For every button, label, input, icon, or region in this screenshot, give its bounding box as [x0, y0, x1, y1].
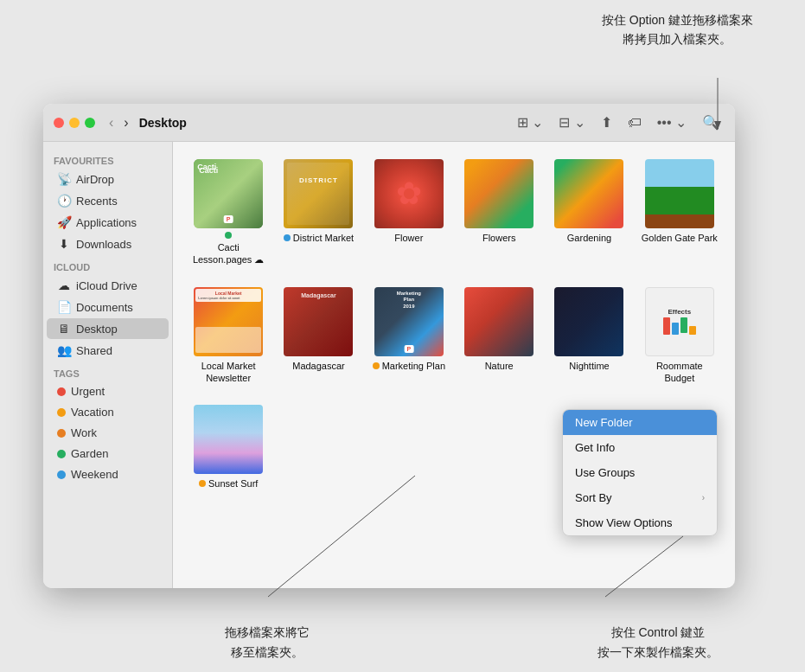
sidebar-item-documents[interactable]: 📄 Documents: [47, 297, 169, 317]
share-button[interactable]: ⬆: [596, 111, 617, 134]
file-item-nighttime[interactable]: Nighttime: [547, 284, 630, 388]
file-name-golden: Golden Gate Park: [642, 232, 718, 244]
file-item-newsletter[interactable]: Local Market Lorem ipsum dolor sit amet …: [187, 284, 270, 388]
file-name-flowers: Flowers: [482, 232, 516, 244]
toolbar-actions: ⊞ ⌄ ⊟ ⌄ ⬆ 🏷 ••• ⌄ 🔍: [512, 111, 725, 134]
file-name-marketing: Marketing Plan: [373, 360, 445, 372]
new-folder-label: New Folder: [575, 416, 632, 429]
sidebar: Favourites 📡 AirDrop 🕐 Recents 🚀 Applica…: [43, 142, 173, 588]
sidebar-item-weekend[interactable]: Weekend: [47, 464, 169, 484]
nav-buttons: ‹ ›: [105, 113, 132, 132]
context-menu-sort-by[interactable]: Sort By ›: [563, 485, 717, 510]
file-item-marketing[interactable]: MarketingPlan2019 P Marketing Plan: [367, 284, 450, 388]
minimize-button[interactable]: [69, 118, 80, 128]
file-thumb-madagascar: Madagascar: [284, 287, 353, 356]
path-label: Desktop: [139, 116, 187, 130]
applications-icon: 🚀: [57, 215, 71, 229]
sidebar-item-label: Desktop: [76, 323, 118, 336]
downloads-icon: ⬇: [57, 237, 71, 251]
documents-icon: 📄: [57, 300, 71, 314]
forward-button[interactable]: ›: [120, 113, 131, 132]
close-button[interactable]: [54, 118, 64, 128]
file-item-roommate[interactable]: Effects Roommate Budget: [638, 284, 721, 388]
context-menu-show-view-options[interactable]: Show View Options: [563, 510, 717, 535]
file-thumb-flowers: [464, 159, 533, 228]
file-name-flower: Flower: [394, 232, 423, 244]
status-dot-cacti: [225, 232, 232, 239]
sidebar-item-urgent[interactable]: Urgent: [47, 381, 169, 401]
sidebar-item-label: Shared: [76, 344, 112, 357]
main-content: Cacti P Cacti Lesson.pages ☁ DISTRICT: [173, 142, 735, 588]
tags-section-label: Tags: [43, 362, 172, 381]
file-item-flower[interactable]: ✿ Flower: [367, 156, 450, 270]
desktop-icon: 🖥: [57, 322, 71, 336]
sidebar-item-airdrop[interactable]: 📡 AirDrop: [47, 169, 169, 189]
file-item-madagascar[interactable]: Madagascar Madagascar: [277, 284, 360, 388]
file-name-nighttime: Nighttime: [569, 360, 609, 372]
file-item-gardening[interactable]: Gardening: [547, 156, 630, 270]
status-dot-marketing: [373, 362, 380, 369]
file-name-newsletter: Local Market Newsletter: [190, 360, 266, 385]
sidebar-item-label: Urgent: [71, 385, 105, 398]
group-view-button[interactable]: ⊟ ⌄: [553, 111, 590, 134]
icon-view-button[interactable]: ⊞ ⌄: [512, 111, 548, 134]
traffic-lights: [54, 118, 95, 128]
shared-icon: 👥: [57, 343, 71, 357]
file-item-nature[interactable]: Nature: [457, 284, 540, 388]
maximize-button[interactable]: [85, 118, 95, 128]
file-thumb-nighttime: [554, 287, 623, 356]
annotation-bottom-right: 按住 Control 鍵並按一下來製作檔案夾。: [597, 623, 719, 662]
file-item-flowers[interactable]: Flowers: [457, 156, 540, 270]
title-bar: ‹ › Desktop ⊞ ⌄ ⊟ ⌄ ⬆ 🏷 ••• ⌄ 🔍: [43, 104, 735, 142]
garden-tag-dot: [57, 450, 66, 458]
airdrop-icon: 📡: [57, 172, 71, 186]
file-name-sunset: Sunset Surf: [199, 477, 258, 490]
status-dot-sunset: [199, 480, 206, 487]
sidebar-item-garden[interactable]: Garden: [47, 444, 169, 464]
file-item-golden-gate[interactable]: Golden Gate Park: [638, 156, 721, 270]
annotation-top-right: 按住 Option 鍵並拖移檔案來將拷貝加入檔案夾。: [602, 10, 753, 49]
file-item-district-market[interactable]: DISTRICT District Market: [277, 156, 360, 270]
sidebar-item-applications[interactable]: 🚀 Applications: [47, 212, 169, 233]
status-dot-district: [284, 234, 291, 241]
sidebar-item-label: Recents: [76, 195, 118, 208]
sidebar-item-work[interactable]: Work: [47, 423, 169, 443]
sidebar-item-label: iCloud Drive: [76, 279, 137, 292]
search-button[interactable]: 🔍: [697, 111, 725, 134]
file-thumb-marketing: MarketingPlan2019 P: [374, 287, 444, 356]
file-thumb-newsletter: Local Market Lorem ipsum dolor sit amet: [194, 287, 263, 356]
sidebar-item-icloud-drive[interactable]: ☁ iCloud Drive: [47, 275, 169, 296]
sidebar-item-label: Garden: [71, 447, 108, 460]
file-thumb-roommate: Effects: [645, 287, 714, 356]
file-name-roommate: Roommate Budget: [642, 360, 718, 385]
sidebar-item-desktop[interactable]: 🖥 Desktop: [47, 318, 169, 339]
context-menu-get-info[interactable]: Get Info: [563, 435, 717, 460]
get-info-label: Get Info: [575, 441, 615, 454]
sidebar-item-downloads[interactable]: ⬇ Downloads: [47, 234, 169, 254]
more-button[interactable]: ••• ⌄: [652, 111, 692, 134]
file-thumb-golden: [645, 159, 714, 228]
file-item-sunset[interactable]: Sunset Surf: [187, 401, 270, 493]
file-name-nature: Nature: [485, 360, 514, 372]
file-thumb-flower: ✿: [374, 159, 444, 228]
context-menu-new-folder[interactable]: New Folder: [563, 410, 717, 435]
tag-button[interactable]: 🏷: [623, 112, 647, 134]
file-thumb-district: DISTRICT: [284, 159, 353, 228]
sidebar-item-label: Work: [71, 426, 97, 439]
file-item-cacti[interactable]: Cacti P Cacti Lesson.pages ☁: [187, 156, 270, 270]
sidebar-item-recents[interactable]: 🕐 Recents: [47, 190, 169, 211]
file-thumb-nature: [464, 287, 533, 356]
annotation-bottom-left: 拖移檔案來將它移至檔案夾。: [225, 623, 310, 662]
file-name-gardening: Gardening: [567, 232, 611, 244]
weekend-tag-dot: [57, 470, 66, 479]
submenu-arrow-icon: ›: [702, 493, 705, 502]
back-button[interactable]: ‹: [105, 113, 117, 132]
file-thumb-sunset: [194, 405, 263, 474]
sidebar-item-shared[interactable]: 👥 Shared: [47, 340, 169, 361]
pages-badge: P: [224, 215, 233, 223]
sidebar-item-vacation[interactable]: Vacation: [47, 402, 169, 422]
file-thumb-cacti: Cacti P: [194, 159, 263, 228]
work-tag-dot: [57, 429, 66, 438]
sidebar-item-label: Vacation: [71, 406, 114, 419]
context-menu-use-groups[interactable]: Use Groups: [563, 460, 717, 485]
